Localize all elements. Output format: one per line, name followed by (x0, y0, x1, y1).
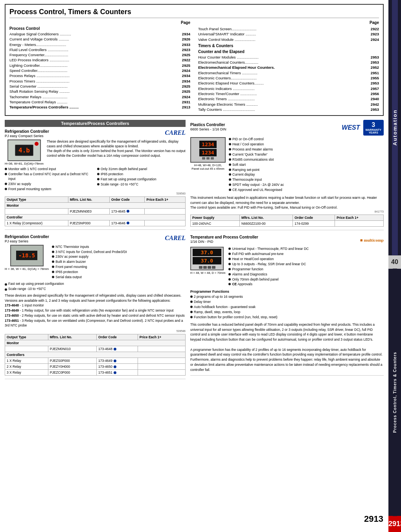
feature-item: Front panel mounting system (5, 187, 93, 192)
table-row: 100-240VAC N6600Z2100-00 174-0299 (191, 221, 384, 227)
col-code: Order Code (110, 196, 145, 202)
toc-item: Electromechanical Timers ...............… (198, 70, 379, 75)
toc-item: Temperature Control Relays ..........293… (9, 99, 190, 105)
feature-item: 230V ac power supply (52, 255, 186, 259)
page-title: Process Control, Timers & Counters (9, 8, 379, 18)
process-tab: Process Control, Timers & Counters (393, 269, 397, 516)
table-section-row: Monitor (5, 340, 186, 346)
col-mftrs: Mftrs. List No. (68, 196, 109, 202)
refrig-title-1: Refrigeration Controller (5, 129, 186, 134)
plastics-image-block: 1234 1234 H=48, W=48, D=120,Panel cut-ou… (190, 137, 226, 193)
plastics-dims: H=48, W=48, D=120,Panel cut-out 45 x 45m… (190, 163, 226, 171)
col-price: Price Each 1+ (145, 196, 186, 202)
toc-process-control-title: Process Control (9, 26, 190, 31)
toc-item: Electronic Elapsed Hour Counters........… (198, 81, 379, 86)
refrig-2-features: NTC Thermistor inputs 3 NTC Inputs for C… (52, 245, 186, 280)
temp-subtitle: 1/16 DIN - PID (190, 240, 258, 244)
toc-left: Page Process Control Analogue Signal Con… (9, 20, 190, 112)
refrig-2-preset: Fast set up using preset configuration (5, 282, 186, 286)
refrig-1-image: 4.b (7, 139, 41, 161)
toc-item: Process Relays .........................… (9, 73, 190, 78)
automation-tab: Automation (392, 0, 398, 255)
feature-item: Process and Heater alarms (229, 147, 384, 152)
table-row: 3 X Relay PJEZC0P000 173-4651 (5, 370, 186, 376)
feature-item: 230V ac supply (5, 182, 93, 187)
toc-timers-title: Timers & Counters (198, 44, 379, 48)
temp-body: 37.0 37.0 H = 48, W = 48, D = 70mm (190, 247, 384, 287)
toc-item: Energy - Meters.........................… (9, 42, 190, 47)
feature-item: Thermocouple input (229, 178, 384, 182)
toc-left-items: Analogue Signal Conditioners ...........… (9, 31, 190, 110)
feature-item: 2 programs of up to 16 segments (190, 295, 384, 299)
toc-item: Serial Converter .......................… (9, 84, 190, 89)
refrig-subtitle-2: PJ easy Series (5, 239, 186, 243)
plastics-image: 1234 1234 (190, 137, 226, 163)
toc-item: LED Process Indicators .................… (9, 57, 190, 62)
feature-item: Fast set up using preset configuration (97, 177, 186, 182)
west-logo: WEST (342, 124, 360, 131)
order-table-1: Output Type Mftrs. List No. Order Code P… (5, 196, 186, 226)
refrig-2-image: -18.5 (10, 245, 44, 266)
toc-right-items-bottom: Hour Counter Modules ...................… (198, 55, 379, 112)
col-output-2: Output Type (5, 334, 48, 340)
temp-header: Temperature and Process Controller 1/16 … (190, 235, 384, 245)
carel-brand-1: CAREL (165, 129, 186, 136)
automation-label: Automation (392, 110, 398, 146)
feature-item: Only 31mm depth behind panel (97, 167, 186, 172)
table-row: 2 X Relay PJEZY0H000 173-4650 (5, 364, 186, 370)
bottom-section: Temperature/Process Controllers CAREL Re… (5, 120, 384, 528)
toc-item: Electronic Counters.....................… (198, 75, 379, 81)
multicomp-logo: ■ multicomp (360, 238, 384, 242)
toc-item: Speed Controller........................… (9, 68, 190, 73)
toc-left-header: Page (9, 20, 190, 25)
refrig-1-body: 4.b H=36, W=81, D(OA)=78mm These devices… (5, 139, 186, 165)
col-output: Output Type (5, 196, 68, 202)
feature-item: NTC Thermistor inputs (52, 245, 186, 249)
plastics-header: Plastics Controller 6600 Series - 1/16 D… (190, 120, 384, 136)
temp-title-block: Temperature and Process Controller 1/16 … (190, 235, 258, 245)
col-code-2: Order Code (97, 334, 138, 340)
feature-item: Front panel mounting (52, 265, 186, 270)
refrig-1-features-left: Monitor with 1 NTC control input Control… (5, 167, 93, 192)
feature-item: Programmer function (228, 267, 384, 272)
warranty-badge: 3 WARRANTYYEARS (363, 120, 384, 136)
feature-item: SPDT relay output - 2A @ 240V ac (229, 183, 384, 187)
toc-right-items-top: Touch Panel Screen......................… (198, 26, 379, 42)
refrig-1-features-right: Only 31mm depth behind panel IP65 protec… (97, 167, 186, 192)
feature-item: Ramping set-point (229, 168, 384, 172)
right-tab: Automation 40 Process Control, Timers & … (388, 0, 401, 532)
plastics-title: Plastics Controller (190, 123, 226, 127)
plastics-body: 1234 1234 H=48, W=48, D=120,Panel cut-ou… (190, 137, 384, 193)
toc-item: Multirange Electronic Timers ...........… (198, 102, 379, 107)
toc-item: Fluid Level Controllers ................… (9, 47, 190, 52)
feature-item: Up to 3 outputs - Relay, SSR Driver and … (228, 262, 384, 267)
feature-item: Auto holdback function - guaranteed soak (190, 305, 384, 310)
refrig-subtitle-1: PJ easy Compact Series (5, 134, 186, 138)
feature-item: Universal Input - Thermocouple, RTD and … (228, 247, 384, 251)
order-table-2: Output Type Mftrs. List No. Order Code P… (5, 334, 186, 376)
page-num-tab: 40 (388, 255, 401, 269)
toc-right-header: Page (198, 20, 379, 25)
section-header: Temperature/Process Controllers (5, 120, 186, 127)
refrig-1-features: Monitor with 1 NTC control input Control… (5, 167, 186, 192)
refrig-title-2: Refrigeration Controller (5, 235, 186, 239)
temp-dims: H = 48, W = 48, D = 70mm (190, 271, 225, 275)
ref-2: 539586 (5, 330, 186, 332)
feature-item: Ramp, dwell, step, events, loop (190, 310, 384, 315)
table-row: 1 X Relay PJEZS0P000 173-4649 (5, 358, 186, 364)
refrig-controller-2-block: CAREL Refrigeration Controller PJ easy S… (5, 235, 186, 379)
temp-process-block: Temperature and Process Controller 1/16 … (190, 235, 384, 376)
ref-1: 539583 (5, 192, 186, 195)
page-number-side: 2913 (388, 516, 401, 532)
toc-item: Process Timers .........................… (9, 79, 190, 84)
warranty-label: WARRANTYYEARS (366, 128, 381, 134)
table-row: 1 X Relay (Compressor) PJEZSNP000 173-46… (5, 220, 186, 226)
toc-right: Page Touch Panel Screen.................… (198, 20, 379, 112)
controllers-label: Controllers (5, 352, 186, 358)
refrig-controller-1-block: CAREL Refrigeration Controller PJ easy C… (5, 129, 186, 229)
feature-item: Soft start (229, 163, 384, 167)
programmer-functions: Programmer Functions 2 programs of up to… (190, 290, 384, 319)
feature-item: Heat or Heat/Cool operation (228, 257, 384, 262)
refrig-2-app-list: 173-4648 - 1 input monitor 173-4649 - 1 … (5, 303, 186, 328)
feature-item: PID or On-Off control (229, 137, 384, 142)
